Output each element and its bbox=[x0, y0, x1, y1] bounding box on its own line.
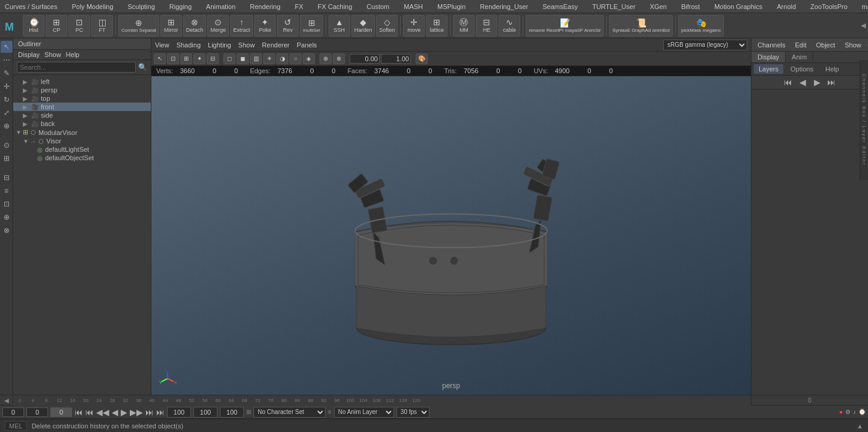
outliner-help-menu[interactable]: Help bbox=[66, 51, 80, 58]
harden-button[interactable]: ◆ Harden bbox=[351, 15, 375, 37]
menu-fx-caching[interactable]: FX Caching bbox=[315, 3, 354, 10]
menu-mash[interactable]: MASH bbox=[401, 3, 425, 10]
vp-far-clip-input[interactable] bbox=[381, 54, 411, 64]
viewport-lighting-menu[interactable]: Lighting bbox=[208, 41, 231, 49]
ft-button[interactable]: ◫ FT bbox=[91, 15, 113, 37]
menu-xgen[interactable]: XGen bbox=[648, 3, 669, 10]
vp-wireframe-btn[interactable]: ◻ bbox=[223, 53, 235, 64]
poly-select-button[interactable]: ⊟ bbox=[1, 172, 13, 184]
menu-bifrost[interactable]: Bifrost bbox=[679, 3, 702, 10]
menu-turtle-user[interactable]: TURTLE_User bbox=[590, 3, 638, 10]
vp-xray-btn[interactable]: ⊗ bbox=[333, 53, 345, 64]
step-forward-btn[interactable]: ▶▶ bbox=[130, 407, 143, 417]
rotate-tool-button[interactable]: ↻ bbox=[1, 94, 13, 106]
edge-loop-button[interactable]: ≡ bbox=[1, 185, 13, 197]
reverse-button[interactable]: ↺ Rev bbox=[277, 15, 299, 37]
settings-btn[interactable]: ⚙ bbox=[845, 409, 851, 415]
channels-menu[interactable]: Channels bbox=[755, 41, 788, 49]
outliner-display-menu[interactable]: Display bbox=[18, 51, 40, 58]
viewport-view-menu[interactable]: View bbox=[155, 41, 169, 49]
outliner-item-visor[interactable]: ▼ → ⬡ Visor bbox=[13, 137, 151, 145]
outliner-item-modular-visor[interactable]: ▼ ⊞ ⬡ ModularVisor bbox=[13, 128, 151, 137]
menu-motion-graphics[interactable]: Motion Graphics bbox=[712, 3, 765, 10]
soft-select-button[interactable]: ⊙ bbox=[1, 139, 13, 151]
cable-button[interactable]: ∿ cable bbox=[499, 15, 520, 37]
options-subtab[interactable]: Options bbox=[786, 64, 818, 74]
shrink-select-button[interactable]: ⊗ bbox=[1, 224, 13, 236]
vp-resolution-btn[interactable]: ⊞ bbox=[180, 53, 192, 64]
menu-msplugin[interactable]: MSPlugin bbox=[435, 3, 468, 10]
viewport-3d[interactable]: X Y Z persp bbox=[151, 76, 751, 395]
combine-separate-button[interactable]: ⊕ Combin Separat bbox=[118, 15, 159, 37]
scale-tool-button[interactable]: ⤢ bbox=[1, 107, 13, 119]
vp-smooth-btn[interactable]: ◼ bbox=[237, 53, 249, 64]
start-frame-input[interactable] bbox=[2, 407, 24, 417]
display-tab[interactable]: Display bbox=[751, 52, 786, 62]
mirror-button[interactable]: ⊞ Mirror bbox=[160, 15, 182, 37]
key-frame-input[interactable] bbox=[50, 407, 72, 417]
select-tool-button[interactable]: ↖ bbox=[1, 41, 13, 53]
pickmask-button[interactable]: 🎭 pickMask megamc bbox=[678, 15, 724, 37]
nav-next-btn[interactable]: ▶ bbox=[812, 77, 822, 87]
skip-start-btn[interactable]: ⏮ bbox=[74, 407, 83, 417]
multisel-button[interactable]: ⊞ multiSel bbox=[300, 15, 323, 37]
fps-select[interactable]: 30 fps bbox=[396, 407, 429, 418]
menu-animation[interactable]: Animation bbox=[204, 3, 238, 10]
colorspace-select[interactable]: sRGB gamma (legacy) bbox=[663, 40, 747, 50]
viewport-shading-menu[interactable]: Shading bbox=[177, 41, 201, 49]
viewport-panels-menu[interactable]: Panels bbox=[297, 41, 317, 49]
vp-isolate-btn[interactable]: ⊕ bbox=[320, 53, 332, 64]
play-forward-btn[interactable]: ▶ bbox=[121, 407, 127, 417]
nav-prev-btn[interactable]: ◀ bbox=[798, 77, 807, 87]
layers-subtab[interactable]: Layers bbox=[754, 64, 783, 74]
universal-tool-button[interactable]: ⊕ bbox=[1, 120, 13, 132]
rename-button[interactable]: 📝 rename ResetPr mayaSF AnimSir bbox=[526, 15, 604, 37]
vp-camera-btn[interactable]: ⊡ bbox=[167, 53, 179, 64]
vp-near-clip-input[interactable] bbox=[350, 54, 380, 64]
ring-select-button[interactable]: ⊡ bbox=[1, 198, 13, 210]
show-menu[interactable]: Show bbox=[842, 41, 864, 49]
vp-ao-btn[interactable]: ○ bbox=[290, 53, 302, 64]
outliner-item-left[interactable]: ▶ 🎥 left bbox=[13, 77, 151, 86]
timeline-scroll-left[interactable]: ◀ bbox=[0, 395, 13, 405]
edit-menu[interactable]: Edit bbox=[792, 41, 809, 49]
vp-select-mode-btn[interactable]: ↖ bbox=[154, 53, 166, 64]
menu-rendering-user[interactable]: Rendering_User bbox=[478, 3, 530, 10]
lasso-tool-button[interactable]: ⋯ bbox=[1, 54, 13, 66]
range-end-input[interactable] bbox=[193, 407, 217, 418]
play-back-btn[interactable]: ◀ bbox=[112, 407, 118, 417]
help-subtab[interactable]: Help bbox=[821, 64, 844, 74]
status-bar-collapse[interactable]: ▲ bbox=[857, 422, 863, 430]
he-button[interactable]: ⊟ HE bbox=[476, 15, 497, 37]
syntax-button[interactable]: 📜 SyntaxE GraphAd animBot bbox=[609, 15, 673, 37]
menu-seamseasy[interactable]: SeamsEasy bbox=[540, 3, 580, 10]
menu-curves-surfaces[interactable]: Curves / Surfaces bbox=[2, 3, 59, 10]
timeline-numbers[interactable]: 0 4 8 12 16 20 24 28 32 36 40 44 48 52 5… bbox=[13, 395, 751, 406]
outliner-item-back[interactable]: ▶ 🎥 back bbox=[13, 119, 151, 128]
outliner-item-persp[interactable]: ▶ 🎥 persp bbox=[13, 86, 151, 94]
outliner-search-input[interactable] bbox=[17, 62, 136, 73]
mm-button[interactable]: Ⓜ MM bbox=[453, 15, 475, 37]
step-back-btn[interactable]: ◀◀ bbox=[96, 407, 109, 417]
anim-layer-select[interactable]: No Anim Layer bbox=[334, 407, 394, 418]
snap-button[interactable]: ⊞ bbox=[1, 152, 13, 164]
toolbar-collapse[interactable]: ◀ bbox=[861, 22, 866, 29]
vp-color-space-btn[interactable]: 🎨 bbox=[416, 53, 428, 64]
cp-button[interactable]: ⊞ CP bbox=[46, 15, 67, 37]
next-key-btn[interactable]: ⏭ bbox=[145, 407, 154, 417]
range-start-input[interactable] bbox=[167, 407, 191, 418]
vp-light-btn[interactable]: ☀ bbox=[263, 53, 275, 64]
viewport-show-menu[interactable]: Show bbox=[238, 41, 255, 49]
move-button[interactable]: ✛ move bbox=[403, 15, 425, 37]
menu-rigging[interactable]: Rigging bbox=[167, 3, 194, 10]
vp-grid-btn[interactable]: ⊟ bbox=[207, 53, 219, 64]
menu-custom[interactable]: Custom bbox=[364, 3, 392, 10]
grow-select-button[interactable]: ⊕ bbox=[1, 211, 13, 223]
attribute-editor-tab[interactable]: Channels Box / Layer Editor bbox=[860, 60, 868, 180]
vp-shadow-btn[interactable]: ◑ bbox=[276, 53, 288, 64]
menu-fx[interactable]: FX bbox=[293, 3, 306, 10]
soften-button[interactable]: ◇ Soften bbox=[376, 15, 398, 37]
menu-poly-modeling[interactable]: Poly Modeling bbox=[69, 3, 115, 10]
outliner-item-side[interactable]: ▶ 🎥 side bbox=[13, 111, 151, 119]
outliner-item-front[interactable]: ▶ 🎥 front bbox=[13, 103, 151, 111]
